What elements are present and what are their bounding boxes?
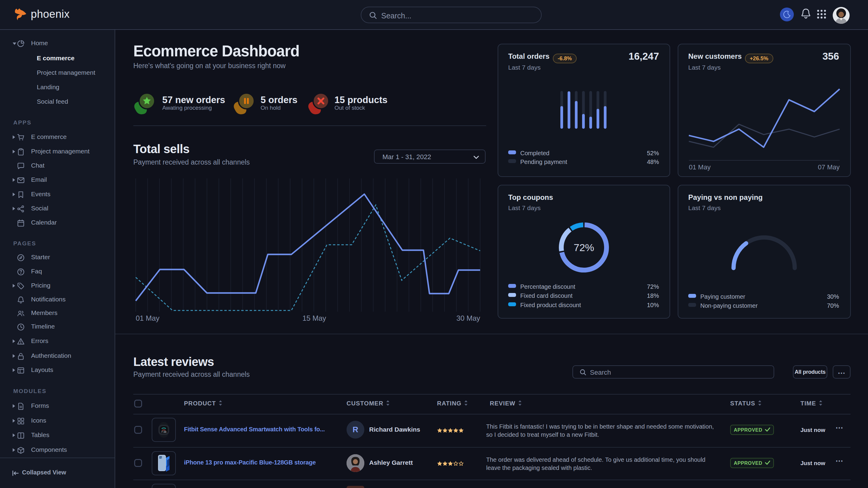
svg-text:15 May: 15 May (303, 314, 326, 322)
svg-text:01 May: 01 May (689, 163, 711, 171)
svg-text:72%: 72% (574, 242, 594, 253)
svg-text:7:38: 7:38 (161, 430, 166, 433)
svg-text:30 May: 30 May (456, 314, 480, 322)
svg-text:01 May: 01 May (136, 314, 159, 322)
svg-text:07 May: 07 May (818, 163, 840, 171)
